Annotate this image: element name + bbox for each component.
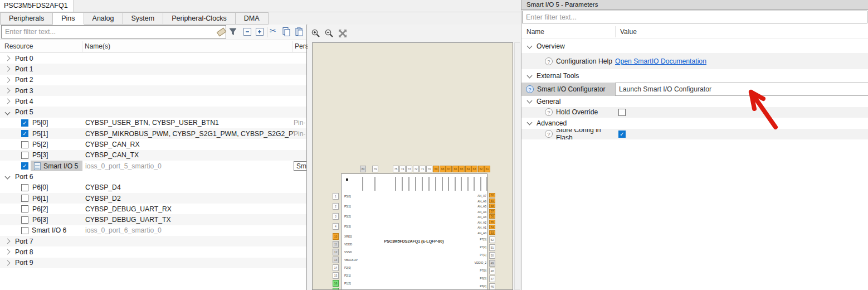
chip-pin-badge[interactable]: 59 <box>489 199 495 203</box>
chip-pin-badge[interactable]: 60 <box>489 193 495 197</box>
tree-row-p5-3[interactable]: P5[3]CYBSP_CAN_TX <box>0 150 306 161</box>
filter-icon[interactable] <box>228 27 237 36</box>
param-row-hold-override[interactable]: ?Hold Override <box>521 107 868 118</box>
tree-row-port6[interactable]: Port 6 <box>0 171 306 182</box>
chip-pin-badge[interactable]: 17 <box>333 288 339 290</box>
hold-override-checkbox[interactable] <box>618 109 626 116</box>
tab-pins[interactable]: Pins <box>53 12 84 25</box>
chip-pin-badge[interactable]: 65 <box>459 166 465 172</box>
collapse-all-icon[interactable] <box>243 27 252 36</box>
chevron-right-icon[interactable] <box>5 66 11 72</box>
chip-pin-badge[interactable]: 80 <box>360 166 366 172</box>
zoom-out-icon[interactable] <box>324 28 334 38</box>
chevron-down-icon[interactable] <box>5 109 11 115</box>
selected-param-highlight[interactable]: ?Smart I/O Configurator <box>521 83 615 96</box>
chevron-right-icon[interactable] <box>5 249 11 255</box>
chevron-right-icon[interactable] <box>5 239 11 244</box>
chip-pin-badge[interactable]: 58 <box>489 204 495 208</box>
personality-combobox[interactable]: Sma <box>294 161 306 171</box>
chip-pin-badge[interactable]: 73 <box>406 166 412 172</box>
zoom-in-icon[interactable] <box>311 28 321 38</box>
tree-row-p5-2[interactable]: P5[2]CYBSP_CAN_RX <box>0 139 306 149</box>
chip-pin-badge[interactable]: 75 <box>393 166 399 172</box>
tab-system[interactable]: System <box>123 12 164 25</box>
chip-pin-badge[interactable]: 70 <box>426 166 432 172</box>
help-icon[interactable]: ? <box>526 85 534 93</box>
tree-row-port0[interactable]: Port 0 <box>0 53 306 64</box>
help-icon[interactable]: ? <box>545 108 553 116</box>
chip-pin-badge[interactable]: 2 <box>333 203 339 210</box>
chip-pin-badge[interactable]: 49 <box>489 260 495 267</box>
copy-icon[interactable] <box>282 27 291 37</box>
chip-pin-badge[interactable]: 67 <box>446 166 452 172</box>
chip-pin-badge[interactable]: 54 <box>489 225 495 229</box>
chevron-right-icon[interactable] <box>5 99 11 104</box>
help-icon[interactable]: ? <box>545 57 553 65</box>
column-value[interactable]: Value <box>620 28 637 36</box>
chip-pin-badge[interactable]: 12 <box>333 249 339 255</box>
smartio-checkbox[interactable]: ✓ <box>21 162 28 170</box>
pin-checkbox[interactable] <box>21 216 28 224</box>
chip-pin-badge[interactable]: 61 <box>484 166 490 172</box>
tree-row-port2[interactable]: Port 2 <box>0 75 306 85</box>
chip-pin-badge[interactable]: 56 <box>489 214 495 219</box>
tree-row-port7[interactable]: Port 7 <box>0 236 306 246</box>
pin-checkbox[interactable]: ✓ <box>21 130 28 137</box>
tree-row-port8[interactable]: Port 8 <box>0 246 306 257</box>
pin-checkbox[interactable] <box>21 195 28 202</box>
smartio-documentation-link[interactable]: Open SmartIO Documentation <box>615 57 706 65</box>
smartio-checkbox[interactable] <box>21 227 28 234</box>
chip-pin-badge[interactable]: 57 <box>489 209 495 214</box>
column-resource[interactable]: Resource <box>4 42 33 50</box>
pin-checkbox[interactable] <box>21 152 28 159</box>
chip-pin-badge[interactable]: 4 <box>333 223 339 230</box>
chip-pin-badge[interactable]: 50 <box>489 252 495 259</box>
column-names[interactable]: Name(s) <box>85 42 110 50</box>
tree-row-port9[interactable]: Port 9 <box>0 258 306 268</box>
zoom-fit-icon[interactable] <box>338 28 348 38</box>
tab-analog[interactable]: Analog <box>84 12 123 25</box>
chip-pin-badge[interactable]: 51 <box>489 244 495 251</box>
chevron-right-icon[interactable] <box>5 56 11 61</box>
tree-row-smartio5[interactable]: ✓ Smart I/O 5 ioss_0_port_5_smartio_0 Sm… <box>0 161 306 171</box>
column-name[interactable]: Name <box>526 28 544 36</box>
chip-pin-badge[interactable]: 47 <box>489 276 495 282</box>
tree-row-port5[interactable]: Port 5 <box>0 107 306 117</box>
chip-pin-badge[interactable]: 10 <box>333 233 339 240</box>
store-config-checkbox[interactable]: ✓ <box>618 130 626 138</box>
chevron-down-icon[interactable] <box>527 98 533 104</box>
chevron-down-icon[interactable] <box>527 72 533 78</box>
chip-pin-badge[interactable]: 48 <box>489 268 495 274</box>
canvas-scrollbar[interactable] <box>514 42 520 290</box>
chip-pin-badge[interactable]: 72 <box>413 166 419 172</box>
tree-row-p6-2[interactable]: P6[2]CYBSP_DEBUG_UART_RX <box>0 204 306 214</box>
launch-smartio-configurator-button[interactable]: Launch Smart I/O Configurator <box>615 83 868 96</box>
param-group-advanced[interactable]: Advanced <box>521 118 868 129</box>
selected-row-highlight[interactable]: Smart I/O 5 <box>31 161 82 171</box>
tree-row-p6-0[interactable]: P6[0]CYBSP_D4 <box>0 182 306 193</box>
expand-all-icon[interactable] <box>255 27 264 36</box>
tree-row-port3[interactable]: Port 3 <box>0 85 306 96</box>
param-group-general[interactable]: General <box>521 96 868 107</box>
chip-pin-badge[interactable]: 16 <box>333 280 339 287</box>
tree-row-p6-1[interactable]: P6[1]CYBSP_D2 <box>0 193 306 204</box>
chip-pin-badge[interactable]: 15 <box>333 272 339 279</box>
pin-checkbox[interactable] <box>21 184 28 191</box>
chip-pin-badge[interactable]: 3 <box>333 213 339 220</box>
tree-row-smartio6[interactable]: Smart I/O 6ioss_0_port_6_smartio_0 <box>0 225 306 236</box>
chip-pin-badge[interactable]: 46 <box>489 283 495 290</box>
param-row-smartio-configurator[interactable]: ?Smart I/O Configurator Launch Smart I/O… <box>521 83 868 96</box>
chevron-down-icon[interactable] <box>527 43 533 49</box>
tree-row-p6-3[interactable]: P6[3]CYBSP_DEBUG_UART_TX <box>0 214 306 225</box>
chip-pin-badge[interactable]: 62 <box>478 166 484 172</box>
chip-pin-badge[interactable]: 53 <box>489 230 495 235</box>
pin-checkbox[interactable] <box>21 141 28 148</box>
pins-filter-input[interactable] <box>1 25 226 38</box>
document-tab[interactable]: PSC3M5FDS2AFQ1 <box>0 0 74 12</box>
param-group-external-tools[interactable]: External Tools <box>521 69 868 83</box>
chevron-down-icon[interactable] <box>5 174 11 180</box>
package-canvas[interactable]: PSC3M5FDS2AFQ1 (E-LQFP-80) 8079757473727… <box>312 42 513 290</box>
parameters-filter-input[interactable] <box>522 11 867 23</box>
tab-peripheral-clocks[interactable]: Peripheral-Clocks <box>163 12 236 25</box>
chip-pin-badge[interactable]: 74 <box>399 166 406 172</box>
